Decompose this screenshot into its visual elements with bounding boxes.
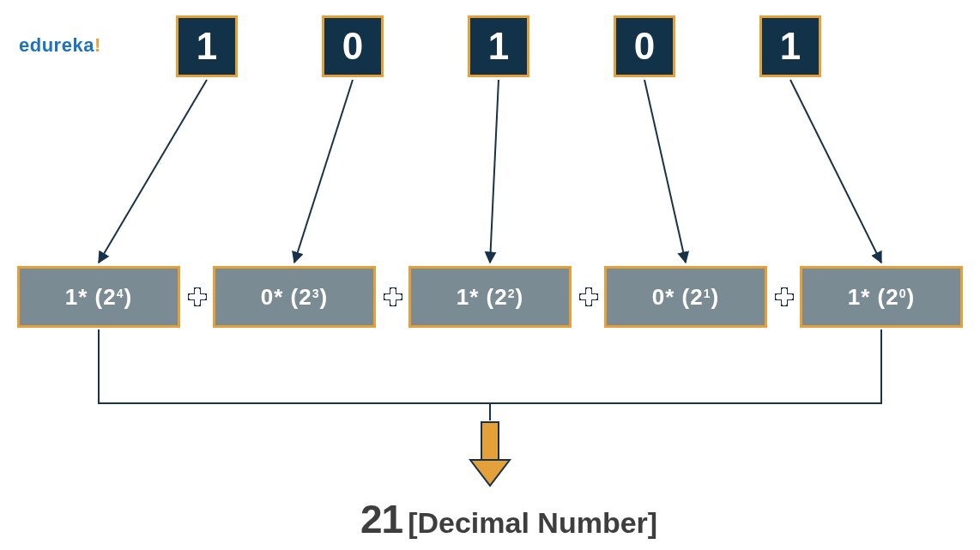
svg-line-16 [99,80,207,263]
term-exponent: 0 [899,287,907,300]
term-coefficient: 0 [261,284,274,311]
term-close-paren: ) [516,284,524,311]
term-coefficient: 1 [65,284,78,311]
term-exponent: 3 [312,287,320,300]
brand-name: edureka [19,34,94,56]
binary-digit-value: 0 [342,25,363,68]
svg-rect-11 [581,294,596,299]
term-coefficient: 1 [848,284,861,311]
svg-rect-15 [777,294,792,299]
brand-logo: edureka! [19,34,101,57]
expression-term-box: 1 * (24) [17,266,180,328]
binary-digit-value: 1 [780,25,801,68]
binary-digit-box: 1 [176,15,238,77]
expression-term-box: 0 * (21) [604,266,767,328]
binary-digit-value: 1 [197,25,217,68]
svg-rect-22 [481,422,499,460]
term-exponent: 1 [704,287,711,300]
term-close-paren: ) [907,284,916,311]
expression-term-box: 1 * (20) [800,266,963,328]
term-multiply-base: * (2 [469,284,507,311]
svg-rect-7 [385,294,401,299]
term-multiply-base: * (2 [274,284,312,311]
result-label: [Decimal Number] [408,506,657,540]
term-multiply-base: * (2 [78,284,116,311]
brand-excl: ! [94,34,101,56]
result-value: 21 [360,496,402,542]
binary-digit-value: 0 [634,25,655,68]
plus-icon [774,287,795,307]
binary-digit-value: 1 [488,25,509,68]
term-multiply-base: * (2 [861,284,898,311]
plus-icon [187,287,208,307]
binary-digit-box: 0 [614,15,675,77]
binary-digit-box: 1 [468,15,529,77]
binary-digit-box: 0 [322,15,384,77]
term-close-paren: ) [124,284,133,311]
term-coefficient: 0 [652,284,665,311]
term-exponent: 4 [117,287,124,300]
binary-digit-box: 1 [759,15,821,77]
svg-rect-3 [190,294,205,299]
plus-icon [383,287,403,307]
result-line: 21 [Decimal Number] [360,496,657,542]
term-coefficient: 1 [457,284,469,311]
svg-line-19 [644,80,686,263]
result-arrow-icon [470,422,510,486]
term-multiply-base: * (2 [665,284,703,311]
svg-line-20 [790,80,881,263]
plus-icon [578,287,599,307]
svg-line-18 [490,80,499,263]
term-exponent: 2 [508,287,516,300]
term-close-paren: ) [320,284,329,311]
svg-line-17 [294,80,353,263]
expression-term-box: 0 * (23) [213,266,376,328]
term-close-paren: ) [711,284,720,311]
svg-marker-23 [470,460,510,486]
expression-term-box: 1 * (22) [408,266,572,328]
